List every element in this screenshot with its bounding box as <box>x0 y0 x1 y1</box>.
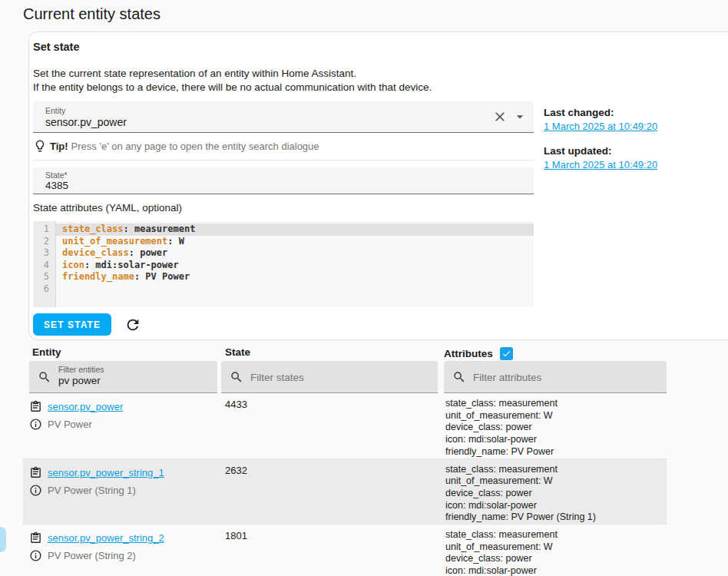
entity-id-link[interactable]: sensor.pv_power <box>48 401 123 412</box>
state-textfield[interactable]: State* <box>33 167 534 194</box>
copy-icon[interactable] <box>29 400 42 413</box>
state-input[interactable] <box>45 180 480 191</box>
filter-entities-field[interactable]: Filter entities <box>29 361 217 393</box>
actions-row: SET STATE <box>33 313 141 336</box>
attributes-checkbox[interactable] <box>500 347 513 360</box>
yaml-code[interactable]: state_class: measurement unit_of_measure… <box>56 221 534 307</box>
entity-tip: Tip! Press 'e' on any page to open the e… <box>33 139 319 153</box>
chevron-down-icon[interactable] <box>512 109 528 124</box>
info-icon[interactable] <box>29 549 42 562</box>
yaml-line: friendly_name: PV Power <box>56 271 534 283</box>
attribute-line: state_class: measurement <box>445 529 667 541</box>
attributes-cell: state_class: measurement unit_of_measure… <box>444 525 667 576</box>
attribute-line: icon: mdi:solar-power <box>445 565 667 576</box>
attribute-line: state_class: measurement <box>445 464 667 476</box>
search-icon <box>38 370 51 384</box>
yaml-editor[interactable]: 1 2 3 4 5 6 state_class: measurement uni… <box>33 221 534 307</box>
card-description: Set the current state representation of … <box>33 67 432 94</box>
yaml-value: : mdi:solar-power <box>84 260 179 270</box>
attribute-line: friendly_name: PV Power <box>445 446 667 458</box>
state-cell: 2632 <box>221 459 444 525</box>
yaml-key: device_class <box>62 247 129 258</box>
page-title: Current entity states <box>23 5 160 23</box>
tip-bold-label: Tip! <box>50 141 68 152</box>
column-header-attributes: Attributes <box>444 346 667 361</box>
yaml-line <box>56 283 534 296</box>
last-changed-label: Last changed: <box>544 107 657 118</box>
attributes-header-label: Attributes <box>444 348 493 359</box>
yaml-line: unit_of_measurement: W <box>56 236 534 248</box>
set-state-card: Set state Set the current state represen… <box>28 31 728 340</box>
divider <box>33 160 534 161</box>
line-number: 2 <box>33 236 55 248</box>
clear-icon[interactable] <box>492 109 508 124</box>
state-cell: 1801 <box>221 525 444 576</box>
line-number: 5 <box>33 271 55 283</box>
yaml-value: : power <box>129 247 168 258</box>
filter-attributes-field[interactable] <box>444 361 667 393</box>
entity-cell: sensor.pv_power_string_2 PV Power (Strin… <box>23 525 221 576</box>
entity-id-link[interactable]: sensor.pv_power_string_1 <box>48 467 164 478</box>
attribute-line: unit_of_measurement: W <box>445 410 667 422</box>
card-description-line2: If the entity belongs to a device, there… <box>33 81 432 94</box>
entity-input[interactable] <box>45 116 480 128</box>
attribute-line: friendly_name: PV Power (String 1) <box>445 511 667 524</box>
copy-icon[interactable] <box>29 466 42 479</box>
yaml-key: friendly_name <box>62 271 134 282</box>
filter-attributes-input[interactable] <box>473 361 662 393</box>
table-row: sensor.pv_power_string_2 PV Power (Strin… <box>23 524 667 576</box>
attribute-line: unit_of_measurement: W <box>445 475 667 488</box>
info-icon[interactable] <box>29 418 42 431</box>
filter-entities-input[interactable] <box>58 375 213 386</box>
entity-id-link[interactable]: sensor.pv_power_string_2 <box>48 532 164 544</box>
tip-text: Press 'e' on any page to open the entity… <box>71 141 319 152</box>
last-changed-link[interactable]: 1 March 2025 at 10:49:20 <box>544 121 657 132</box>
line-number: 3 <box>33 247 55 260</box>
info-icon[interactable] <box>29 484 42 497</box>
yaml-line: icon: mdi:solar-power <box>56 260 534 272</box>
attribute-line: device_class: power <box>445 422 667 434</box>
filter-states-input[interactable] <box>250 361 433 393</box>
entity-combobox[interactable]: Entity <box>33 101 534 133</box>
filter-row: Filter entities <box>23 361 667 393</box>
entity-states-table: Entity State Attributes Filter entities <box>23 346 667 576</box>
table-row: sensor.pv_power_string_1 PV Power (Strin… <box>23 458 667 525</box>
entity-friendly-name: PV Power <box>48 419 92 430</box>
refresh-icon[interactable] <box>124 316 141 333</box>
attributes-cell: state_class: measurement unit_of_measure… <box>444 393 667 458</box>
state-field-label: State* <box>45 170 68 180</box>
line-number: 6 <box>33 283 55 296</box>
attribute-line: icon: mdi:solar-power <box>445 500 667 512</box>
attribute-line: icon: mdi:solar-power <box>445 434 667 446</box>
filter-entities-label: Filter entities <box>58 365 104 374</box>
yaml-value: : W <box>167 236 184 247</box>
line-number: 1 <box>33 223 55 236</box>
entity-cell: sensor.pv_power_string_1 PV Power (Strin… <box>23 459 221 525</box>
attribute-line: device_class: power <box>445 553 667 565</box>
table-header-row: Entity State Attributes <box>23 346 667 361</box>
attribute-line: unit_of_measurement: W <box>445 541 667 554</box>
copy-icon[interactable] <box>29 531 42 545</box>
attribute-line: device_class: power <box>445 488 667 500</box>
yaml-value: : measurement <box>123 223 195 234</box>
column-header-entity: Entity <box>23 346 221 361</box>
yaml-gutter: 1 2 3 4 5 6 <box>33 221 56 307</box>
filter-states-field[interactable] <box>221 361 438 393</box>
entity-friendly-name: PV Power (String 1) <box>48 485 136 496</box>
yaml-line: state_class: measurement <box>56 223 534 236</box>
table-row: sensor.pv_power PV Power 4433 state_clas… <box>23 393 667 458</box>
card-title: Set state <box>33 41 79 53</box>
attributes-cell: state_class: measurement unit_of_measure… <box>444 459 667 525</box>
card-description-line1: Set the current state representation of … <box>33 67 432 81</box>
entity-friendly-name: PV Power (String 2) <box>48 550 136 561</box>
search-icon <box>452 370 466 384</box>
left-edge-accent <box>0 527 6 552</box>
state-attributes-label: State attributes (YAML, optional) <box>33 202 182 214</box>
last-updated-label: Last updated: <box>544 145 657 157</box>
last-updated-link[interactable]: 1 March 2025 at 10:49:20 <box>544 159 657 170</box>
attribute-line: state_class: measurement <box>445 398 667 410</box>
yaml-value: : PV Power <box>134 271 190 282</box>
search-icon <box>230 370 243 384</box>
set-state-button[interactable]: SET STATE <box>33 313 111 336</box>
column-header-state: State <box>221 346 444 361</box>
